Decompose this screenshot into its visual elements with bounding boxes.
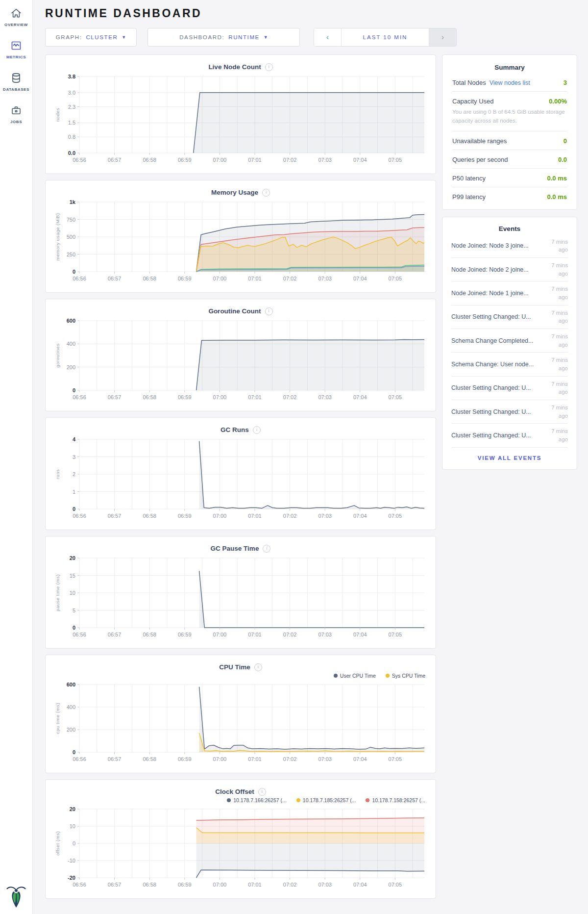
- chart-title: GC Runs: [220, 426, 249, 433]
- svg-text:600: 600: [67, 682, 75, 687]
- svg-text:07:00: 07:00: [213, 157, 227, 163]
- event-timestamp: 7 mins ago: [551, 285, 568, 301]
- summary-row: Queries per second0.0: [452, 150, 567, 169]
- legend-dot-icon: [296, 798, 300, 802]
- svg-text:cpu time (ms): cpu time (ms): [55, 703, 60, 734]
- svg-text:06:58: 06:58: [143, 513, 156, 519]
- chevron-down-icon: ▼: [122, 35, 126, 40]
- svg-text:07:01: 07:01: [248, 756, 262, 762]
- time-prev-button[interactable]: ‹: [314, 28, 342, 46]
- info-icon[interactable]: i: [258, 788, 266, 796]
- sidebar-item-jobs[interactable]: JOBS: [0, 97, 32, 129]
- sidebar-item-metrics[interactable]: METRICS: [0, 32, 32, 65]
- chart-header: Live Node Counti: [53, 62, 428, 72]
- info-icon[interactable]: i: [253, 426, 261, 434]
- event-list-item[interactable]: Cluster Setting Changed: U...7 mins ago: [451, 424, 568, 447]
- summary-row: Capacity Used0.00%You are using 0 B of 6…: [452, 92, 567, 131]
- svg-text:250: 250: [67, 252, 75, 257]
- svg-text:07:01: 07:01: [248, 632, 262, 637]
- svg-text:0: 0: [73, 840, 75, 846]
- event-list-item[interactable]: Cluster Setting Changed: U...7 mins ago: [451, 305, 568, 329]
- briefcase-icon: [10, 104, 22, 116]
- svg-text:06:56: 06:56: [73, 157, 86, 163]
- event-list-item[interactable]: Node Joined: Node 2 joine...7 mins ago: [451, 258, 568, 281]
- sidebar: OVERVIEW METRICS DATABASES: [0, 0, 33, 914]
- sidebar-item-overview[interactable]: OVERVIEW: [0, 0, 32, 32]
- event-list-item[interactable]: Schema Change: User node...7 mins ago: [451, 353, 568, 376]
- svg-text:1.5: 1.5: [68, 120, 75, 126]
- graph-dropdown-label: GRAPH:: [56, 34, 82, 40]
- svg-text:07:05: 07:05: [389, 276, 402, 281]
- goroutine-count-chart: 600400200006:5606:5706:5806:5907:0007:01…: [53, 316, 428, 405]
- svg-text:-10: -10: [68, 858, 75, 863]
- charts-column: Live Node Counti3.83.02.31.50.80.006:560…: [45, 54, 436, 905]
- svg-text:06:56: 06:56: [73, 276, 86, 281]
- chart-header: Clock Offseti: [53, 787, 428, 796]
- svg-text:06:56: 06:56: [73, 632, 86, 637]
- svg-text:06:58: 06:58: [143, 276, 156, 281]
- svg-text:06:59: 06:59: [178, 882, 192, 888]
- legend-label: User CPU Time: [340, 673, 376, 679]
- event-list-item[interactable]: Node Joined: Node 3 joine...7 mins ago: [451, 234, 568, 258]
- summary-row-main: Queries per second0.0: [452, 150, 567, 168]
- info-icon[interactable]: i: [265, 307, 273, 315]
- svg-text:200: 200: [67, 727, 75, 733]
- event-timestamp: 7 mins ago: [551, 356, 568, 372]
- chevron-down-icon: ▼: [264, 35, 268, 40]
- event-text: Node Joined: Node 1 joine...: [451, 290, 529, 297]
- event-list-item[interactable]: Node Joined: Node 1 joine...7 mins ago: [451, 281, 568, 305]
- svg-text:runs: runs: [55, 469, 60, 479]
- info-icon[interactable]: i: [262, 189, 270, 197]
- view-nodes-list-link[interactable]: View nodes list: [490, 79, 530, 86]
- info-icon[interactable]: i: [263, 545, 270, 553]
- svg-text:goroutines: goroutines: [55, 343, 60, 367]
- summary-row: Unavailable ranges0: [452, 131, 567, 150]
- svg-text:06:58: 06:58: [143, 882, 156, 888]
- svg-text:06:57: 06:57: [108, 756, 122, 762]
- svg-text:0: 0: [73, 625, 75, 631]
- memory-usage-chart: 1k750500250006:5606:5706:5806:5907:0007:…: [53, 197, 428, 286]
- svg-text:07:01: 07:01: [248, 513, 262, 519]
- cockroach-logo: [5, 884, 27, 908]
- chart-title: Live Node Count: [208, 63, 261, 71]
- event-list-item[interactable]: Schema Change Completed...7 mins ago: [451, 329, 568, 353]
- summary-row-main: P99 latency0.0 ms: [452, 187, 567, 205]
- legend-item: User CPU Time: [334, 673, 376, 679]
- svg-text:0: 0: [73, 269, 75, 275]
- legend-item: 10.178.7.185:26257 (...: [296, 797, 356, 803]
- content-area: Live Node Counti3.83.02.31.50.80.006:560…: [45, 54, 588, 905]
- summary-title: Summary: [452, 64, 567, 71]
- svg-text:07:05: 07:05: [389, 394, 402, 400]
- summary-row-label: P99 latency: [452, 193, 486, 201]
- svg-text:0.8: 0.8: [68, 134, 75, 140]
- svg-text:5: 5: [73, 608, 75, 613]
- svg-text:07:01: 07:01: [248, 157, 262, 163]
- time-range-display[interactable]: LAST 10 MIN: [342, 28, 429, 46]
- graph-dropdown[interactable]: GRAPH: CLUSTER ▼: [45, 28, 137, 47]
- svg-text:06:58: 06:58: [143, 756, 156, 762]
- event-text: Schema Change Completed...: [451, 337, 533, 344]
- live-node-count-chart: 3.83.02.31.50.80.006:5606:5706:5806:5907…: [53, 72, 428, 168]
- chart-panel-goroutine-count: Goroutine Counti600400200006:5606:5706:5…: [45, 299, 436, 411]
- info-icon[interactable]: i: [254, 663, 262, 671]
- info-icon[interactable]: i: [265, 63, 273, 71]
- svg-text:06:56: 06:56: [73, 513, 86, 519]
- event-timestamp: 7 mins ago: [551, 238, 568, 254]
- svg-text:20: 20: [70, 806, 75, 812]
- chart-panel-memory-usage: Memory Usagei1k750500250006:5606:5706:58…: [45, 180, 436, 293]
- events-title: Events: [451, 225, 568, 232]
- svg-text:07:03: 07:03: [318, 632, 332, 637]
- sidebar-item-databases[interactable]: DATABASES: [0, 65, 32, 97]
- event-list-item[interactable]: Cluster Setting Changed: U...7 mins ago: [451, 377, 568, 400]
- dashboard-dropdown[interactable]: DASHBOARD: RUNTIME ▼: [147, 28, 300, 47]
- summary-row-value: 0.00%: [549, 98, 567, 105]
- graph-dropdown-value: CLUSTER: [86, 34, 118, 40]
- svg-text:0: 0: [73, 506, 75, 512]
- event-timestamp: 7 mins ago: [551, 261, 568, 278]
- summary-row-subtext: You are using 0 B of 64.5 GiB usable sto…: [452, 108, 567, 131]
- event-list-item[interactable]: Cluster Setting Changed: U...7 mins ago: [451, 400, 568, 424]
- time-next-button[interactable]: ›: [429, 28, 456, 46]
- view-all-events-link[interactable]: VIEW ALL EVENTS: [451, 448, 568, 463]
- svg-text:06:57: 06:57: [108, 882, 122, 888]
- svg-text:10: 10: [70, 823, 75, 829]
